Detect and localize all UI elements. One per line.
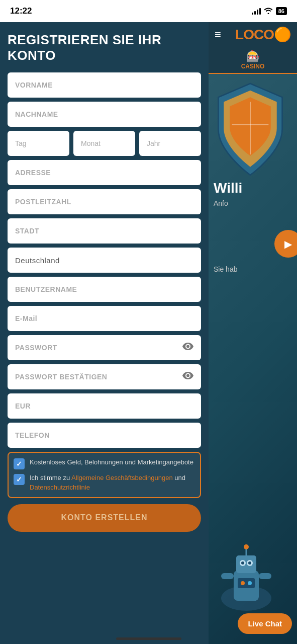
privacy-link[interactable]: Datenschutzrichtlinie [30,484,90,491]
email-field-wrapper [8,306,201,331]
casino-slot-icon: 🎰 [246,50,260,63]
benutzername-field-wrapper [8,277,201,302]
checkbox-terms-item: ✓ Ich stimme zu Allgemeine Geschäftsbedi… [14,473,195,492]
robot-illustration [209,543,297,615]
eur-input[interactable] [15,402,193,410]
cta-arrow-icon: ▶ [284,238,292,250]
wifi-icon [264,7,273,16]
stadt-input[interactable] [15,227,193,235]
checkmark-icon-2: ✓ [16,475,22,484]
svg-point-12 [244,544,249,549]
right-panel: ≡ LOCO🟠 🎰 CASINO [209,22,297,644]
jahr-input[interactable] [147,139,193,147]
telefon-field-wrapper [8,423,201,448]
passwort-field-wrapper [8,335,201,360]
tag-field-wrapper [8,131,69,156]
logo: LOCO🟠 [235,26,291,43]
welcome-text: Willi Anfo [214,180,294,207]
adresse-input[interactable] [15,169,193,177]
nachname-input[interactable] [15,110,193,118]
svg-point-15 [248,581,252,585]
passwort-input[interactable] [15,344,193,352]
checkbox-terms-label: Ich stimme zu Allgemeine Geschäftsbeding… [30,473,195,492]
registration-form-panel: REGISTRIEREN SIE IHR KONTO [0,22,209,644]
passwort-bestaetigen-input[interactable] [15,373,193,381]
main-layout: REGISTRIEREN SIE IHR KONTO [0,22,297,644]
submit-button[interactable]: KONTO ERSTELLEN [8,504,201,532]
welcome-title: Willi [214,180,294,197]
eur-field-wrapper [8,393,201,419]
benutzername-input[interactable] [15,285,193,293]
svg-rect-9 [221,573,234,579]
sie-hab-text: Sie hab [214,265,294,273]
robot-svg [209,543,294,613]
svg-point-14 [241,581,245,585]
status-bar: 12:22 86 [0,0,297,22]
welcome-subtitle: Anfo [214,199,294,207]
status-icons: 86 [252,7,287,16]
vorname-field-wrapper [8,72,201,98]
nachname-field-wrapper [8,102,201,127]
checkboxes-section: ✓ Kostenloses Geld, Belohnungen und Mark… [8,452,201,498]
banner-area: Willi Anfo ▶ Sie hab [209,74,297,644]
country-input[interactable] [15,256,193,265]
passwort-bestaetigen-eye-icon[interactable] [182,372,193,382]
country-field-wrapper [8,248,201,273]
passwort-bestaetigen-field-wrapper [8,364,201,389]
svg-point-8 [248,561,251,565]
signal-bars-icon [252,8,261,15]
right-nav: ≡ LOCO🟠 [209,22,297,47]
svg-rect-10 [259,573,271,579]
svg-rect-4 [236,555,256,573]
checkbox-marketing-label: Kostenloses Geld, Belohnungen und Market… [30,458,195,467]
date-row [8,131,201,156]
form-title: REGISTRIEREN SIE IHR KONTO [8,32,201,63]
checkbox-marketing[interactable]: ✓ [14,458,25,469]
shield-illustration [209,79,297,180]
live-chat-button[interactable]: Live Chat [238,613,292,634]
checkmark-icon: ✓ [16,460,22,468]
terms-link[interactable]: Allgemeine Geschäftsbedingungen [71,474,173,481]
status-time: 12:22 [10,6,32,16]
adresse-field-wrapper [8,160,201,185]
passwort-eye-icon[interactable] [182,343,193,353]
checkbox-marketing-item: ✓ Kostenloses Geld, Belohnungen und Mark… [14,458,195,469]
svg-point-7 [241,561,244,565]
stadt-field-wrapper [8,218,201,244]
postleitzahl-field-wrapper [8,189,201,214]
casino-tab[interactable]: 🎰 CASINO [209,47,297,74]
email-input[interactable] [15,314,193,323]
casino-label: CASINO [241,63,265,70]
cta-button[interactable]: ▶ [274,230,297,258]
checkbox-terms[interactable]: ✓ [14,474,25,485]
svg-rect-13 [238,578,255,588]
tag-input[interactable] [15,139,62,147]
shield-svg [209,79,295,180]
vorname-input[interactable] [15,81,193,89]
jahr-field-wrapper [139,131,201,156]
telefon-input[interactable] [15,431,193,439]
postleitzahl-input[interactable] [15,198,193,206]
hamburger-icon[interactable]: ≡ [215,28,221,41]
monat-field-wrapper [73,131,135,156]
monat-input[interactable] [81,139,128,147]
home-indicator [116,637,181,640]
battery-icon: 86 [276,7,287,15]
